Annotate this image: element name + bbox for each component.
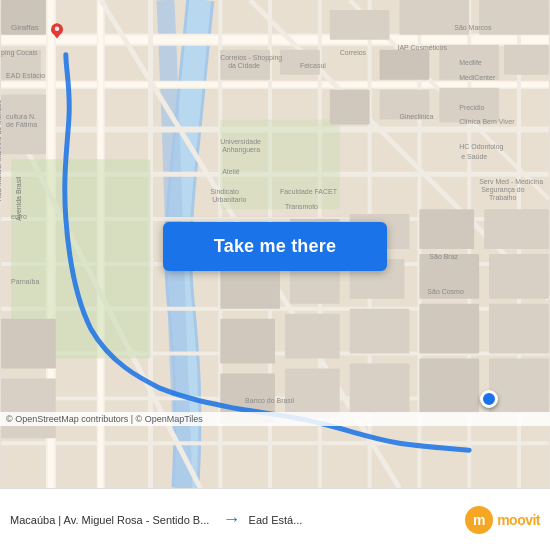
svg-text:Giraffas: Giraffas [11, 23, 39, 32]
svg-text:Segurança do: Segurança do [481, 186, 525, 194]
svg-rect-44 [419, 209, 474, 249]
svg-rect-61 [419, 359, 479, 414]
take-me-there-button[interactable]: Take me there [163, 222, 387, 271]
svg-text:São Marcos: São Marcos [454, 24, 492, 31]
svg-text:HC Odontolog: HC Odontolog [459, 143, 503, 151]
screen: Giraffas ping Cocais Correios - Shopping… [0, 0, 550, 550]
moovit-m-icon: m [465, 506, 493, 534]
svg-text:e Saúde: e Saúde [461, 153, 487, 160]
svg-point-101 [55, 27, 60, 32]
svg-text:Serv Med - Medicina: Serv Med - Medicina [479, 178, 543, 185]
svg-text:Anhanguera: Anhanguera [222, 146, 260, 154]
svg-text:Sindicato: Sindicato [210, 188, 239, 195]
svg-rect-48 [220, 269, 280, 309]
svg-text:Precidio: Precidio [459, 104, 484, 111]
svg-text:da Cidade: da Cidade [228, 62, 260, 69]
svg-text:Parnaíba: Parnaíba [11, 278, 39, 285]
svg-text:Banco do Brasil: Banco do Brasil [245, 397, 294, 404]
svg-text:São Cosmo: São Cosmo [427, 288, 464, 295]
svg-rect-32 [330, 10, 390, 40]
svg-text:Universidade: Universidade [220, 138, 261, 145]
svg-rect-46 [1, 319, 56, 369]
route-from-text: Macaúba | Av. Miguel Rosa - Sentido B... [10, 514, 215, 526]
svg-rect-38 [330, 90, 370, 125]
svg-rect-62 [489, 359, 549, 414]
svg-rect-59 [285, 368, 340, 418]
bottom-bar: Macaúba | Av. Miguel Rosa - Sentido B...… [0, 488, 550, 550]
svg-rect-55 [350, 309, 410, 354]
svg-text:São Braz: São Braz [429, 253, 458, 260]
svg-rect-52 [489, 254, 549, 299]
svg-text:Medlife: Medlife [459, 59, 482, 66]
svg-rect-54 [285, 314, 340, 359]
route-to-text: Ead Está... [249, 514, 454, 526]
svg-text:Transmoto: Transmoto [285, 203, 318, 210]
svg-rect-60 [350, 364, 410, 414]
svg-rect-57 [489, 304, 549, 354]
svg-text:ping Cocais: ping Cocais [1, 49, 38, 57]
destination-dot [480, 390, 498, 408]
svg-text:Trabalho: Trabalho [489, 194, 516, 201]
svg-text:Gineclinica: Gineclinica [399, 114, 433, 121]
svg-text:cultura N.: cultura N. [6, 114, 36, 121]
svg-rect-45 [484, 209, 549, 249]
svg-text:Clínica Bem Viver: Clínica Bem Viver [459, 118, 515, 125]
moovit-text: moovit [497, 512, 540, 528]
svg-text:MediCenter: MediCenter [459, 74, 496, 81]
svg-rect-47 [1, 378, 56, 438]
svg-rect-56 [419, 304, 479, 354]
origin-pin [48, 22, 66, 40]
svg-text:Ateliê: Ateliê [222, 168, 240, 175]
arrow-icon: → [223, 509, 241, 530]
map-container: Giraffas ping Cocais Correios - Shopping… [0, 0, 550, 488]
svg-text:Faculdade FACET: Faculdade FACET [280, 188, 338, 195]
moovit-logo: m moovit [465, 506, 540, 534]
svg-text:IAP Cosméticos: IAP Cosméticos [397, 44, 447, 51]
svg-text:Correios: Correios [340, 49, 367, 56]
svg-text:Avenida Brasil: Avenida Brasil [15, 176, 22, 221]
svg-text:Urbanitario: Urbanitario [212, 196, 246, 203]
svg-rect-53 [220, 319, 275, 364]
svg-text:Rua Manoel Marinho de Mendes: Rua Manoel Marinho de Mendes [0, 100, 2, 202]
svg-text:EAD Estácio: EAD Estácio [6, 72, 45, 79]
copyright-bar: © OpenStreetMap contributors | © OpenMap… [0, 412, 550, 426]
svg-rect-35 [380, 50, 430, 80]
svg-text:Feicasul: Feicasul [300, 62, 326, 69]
copyright-text: © OpenStreetMap contributors | © OpenMap… [6, 414, 203, 424]
svg-text:Correios - Shopping: Correios - Shopping [220, 54, 282, 62]
svg-text:de Fátima: de Fátima [6, 121, 37, 128]
svg-rect-37 [504, 45, 549, 75]
